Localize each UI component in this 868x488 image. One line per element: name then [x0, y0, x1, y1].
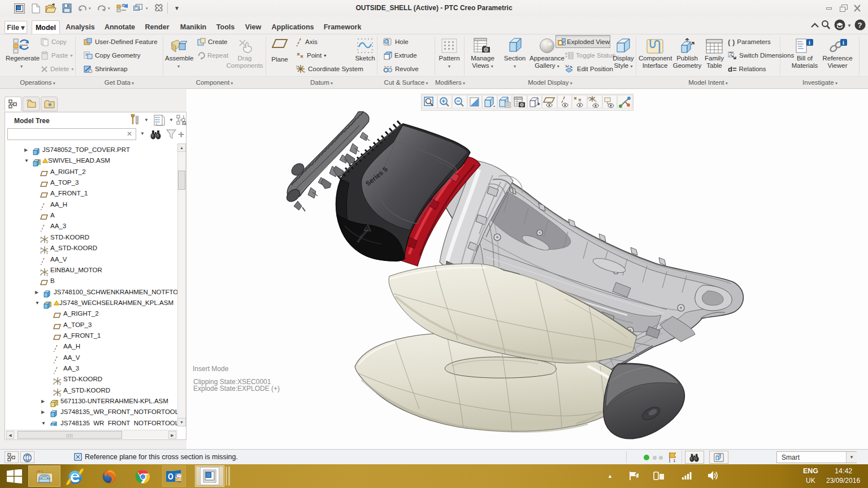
- svg-text:x: x: [59, 382, 61, 385]
- svg-text:y: y: [296, 64, 298, 68]
- svg-text:x: x: [46, 241, 48, 243]
- svg-text:x: x: [570, 65, 572, 68]
- svg-text:✳: ✳: [47, 102, 52, 108]
- svg-text:x: x: [46, 273, 48, 276]
- svg-text:i: i: [809, 40, 810, 46]
- svg-text:x: x: [303, 70, 305, 73]
- svg-text:z: z: [40, 251, 42, 254]
- svg-text:y: y: [40, 268, 42, 272]
- svg-text:i: i: [843, 40, 844, 46]
- svg-text:z: z: [40, 240, 42, 243]
- svg-text:1: 1: [673, 458, 676, 463]
- svg-text:y: y: [40, 236, 42, 239]
- svg-text:z: z: [53, 382, 55, 385]
- svg-text:y: y: [40, 246, 42, 250]
- svg-text:x: x: [46, 251, 48, 254]
- svg-text:y: y: [53, 389, 55, 392]
- svg-text:z: z: [53, 393, 55, 396]
- svg-text:z: z: [40, 273, 42, 276]
- svg-text:y: y: [53, 377, 55, 381]
